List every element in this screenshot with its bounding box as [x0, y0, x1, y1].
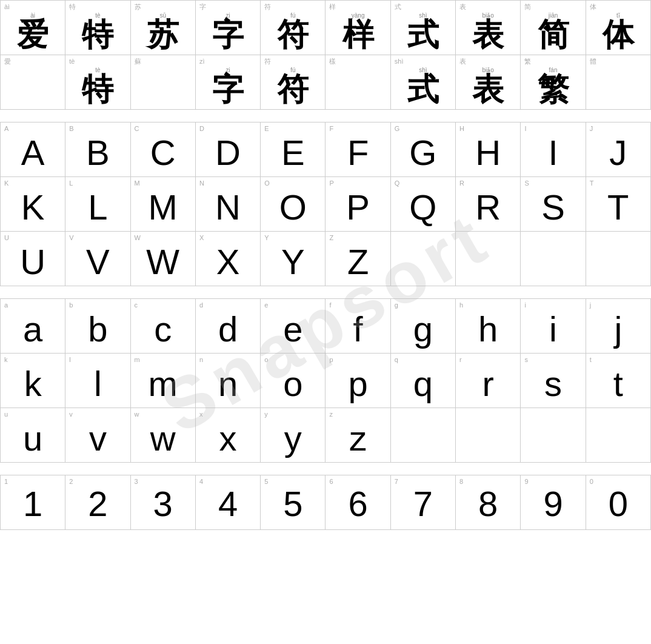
- chinese-cell-jian: 简 jiān 简: [521, 1, 586, 55]
- chinese-trad-cell-ti: 體: [586, 55, 650, 110]
- chinese-cell-su: 苏 sū 苏: [130, 1, 195, 55]
- char-n: n: [199, 364, 256, 403]
- char-8: 8: [459, 486, 516, 522]
- label-E: E: [264, 125, 269, 132]
- label-D: D: [199, 125, 204, 132]
- cell-empty-lc-3: [521, 408, 586, 463]
- chinese-cell-ai: àì ài 爱: [1, 1, 65, 55]
- cell-empty-lc-4: [586, 408, 650, 463]
- cell-8: 88: [456, 475, 521, 530]
- label-Q: Q: [395, 179, 400, 187]
- chinese-trad-cell-su: 蘇: [130, 55, 195, 110]
- chinese-label-zi: 字: [199, 3, 256, 11]
- char-S: S: [524, 188, 581, 227]
- label-t: t: [590, 356, 592, 363]
- label-i: i: [524, 301, 526, 309]
- cell-empty-3: [521, 232, 586, 286]
- label-A: A: [4, 125, 8, 132]
- char-W: W: [135, 243, 192, 281]
- label-7: 7: [395, 478, 398, 485]
- label-v: v: [69, 411, 73, 418]
- trad-char-te: 特: [82, 73, 113, 105]
- label-s: s: [524, 356, 528, 363]
- char-K: K: [4, 188, 61, 227]
- char-2: 2: [69, 486, 126, 522]
- char-Z: Z: [329, 243, 386, 281]
- label-F: F: [329, 125, 333, 132]
- label-m: m: [135, 356, 140, 363]
- label-1: 1: [4, 478, 8, 485]
- label-W: W: [135, 234, 141, 241]
- char-b: b: [69, 310, 126, 349]
- label-6: 6: [329, 478, 333, 485]
- chinese-label-ti: 体: [590, 3, 647, 11]
- char-q: q: [395, 364, 452, 403]
- cell-0: 00: [586, 475, 650, 530]
- cell-O: OO: [261, 177, 326, 232]
- divider-3: [0, 463, 651, 475]
- cell-m: mm: [130, 354, 195, 408]
- label-H: H: [459, 125, 464, 132]
- cell-4: 44: [195, 475, 260, 530]
- cell-J: JJ: [586, 122, 650, 177]
- label-j: j: [590, 301, 591, 309]
- cell-g: gg: [390, 299, 455, 354]
- cell-T: TT: [586, 177, 650, 232]
- char-e: e: [264, 310, 321, 349]
- trad-label-fan: 繁: [524, 58, 581, 65]
- char-0: 0: [590, 486, 647, 522]
- label-G: G: [395, 125, 400, 132]
- char-B: B: [69, 133, 126, 172]
- trad-char-shi: 式: [407, 73, 439, 105]
- cell-K: KK: [1, 177, 65, 232]
- uppercase-row-1: AA BB CC DD EE FF GG HH II JJ: [1, 122, 651, 177]
- chinese-label-fu: 符: [264, 3, 321, 11]
- char-6: 6: [329, 486, 386, 522]
- char-A: A: [4, 133, 61, 172]
- cell-f: ff: [326, 299, 390, 354]
- label-o: o: [264, 356, 268, 363]
- lowercase-row-2: kk ll mm nn oo pp qq rr ss tt: [1, 354, 651, 408]
- trad-char-biao: 表: [472, 73, 504, 105]
- char-l: l: [69, 364, 126, 403]
- cell-t: tt: [586, 354, 650, 408]
- cell-H: HH: [456, 122, 521, 177]
- chinese-label-biao: 表: [459, 3, 516, 11]
- char-s: s: [524, 364, 581, 403]
- label-a: a: [4, 301, 8, 309]
- char-Y: Y: [264, 243, 321, 281]
- cell-l: ll: [65, 354, 130, 408]
- chinese-trad-cell-fan: 繁 fán 繁: [521, 55, 586, 110]
- char-su: 苏: [147, 19, 179, 50]
- label-C: C: [135, 125, 139, 132]
- label-Y: Y: [264, 234, 269, 241]
- cell-I: II: [521, 122, 586, 177]
- char-3: 3: [135, 486, 192, 522]
- cell-q: qq: [390, 354, 455, 408]
- cell-x: xx: [195, 408, 260, 463]
- cell-empty-1: [390, 232, 455, 286]
- cell-j: jj: [586, 299, 650, 354]
- cell-n: nn: [195, 354, 260, 408]
- cell-y: yy: [261, 408, 326, 463]
- char-a: a: [4, 310, 61, 349]
- cell-Q: QQ: [390, 177, 455, 232]
- char-I: I: [524, 133, 581, 172]
- cell-1: 11: [1, 475, 65, 530]
- chinese-cell-fu: 符 fú 符: [261, 1, 326, 55]
- cell-empty-2: [456, 232, 521, 286]
- label-8: 8: [459, 478, 463, 485]
- char-d: d: [199, 310, 256, 349]
- cell-M: MM: [130, 177, 195, 232]
- label-b: b: [69, 301, 73, 309]
- cell-empty-lc-1: [390, 408, 455, 463]
- cell-Y: YY: [261, 232, 326, 286]
- trad-label-zi: zì: [199, 58, 256, 65]
- label-N: N: [199, 179, 204, 187]
- cell-u: uu: [1, 408, 65, 463]
- label-0: 0: [590, 478, 593, 485]
- cell-e: ee: [261, 299, 326, 354]
- trad-label-ai: 愛: [4, 58, 61, 65]
- cell-empty-4: [586, 232, 650, 286]
- cell-F: FF: [326, 122, 390, 177]
